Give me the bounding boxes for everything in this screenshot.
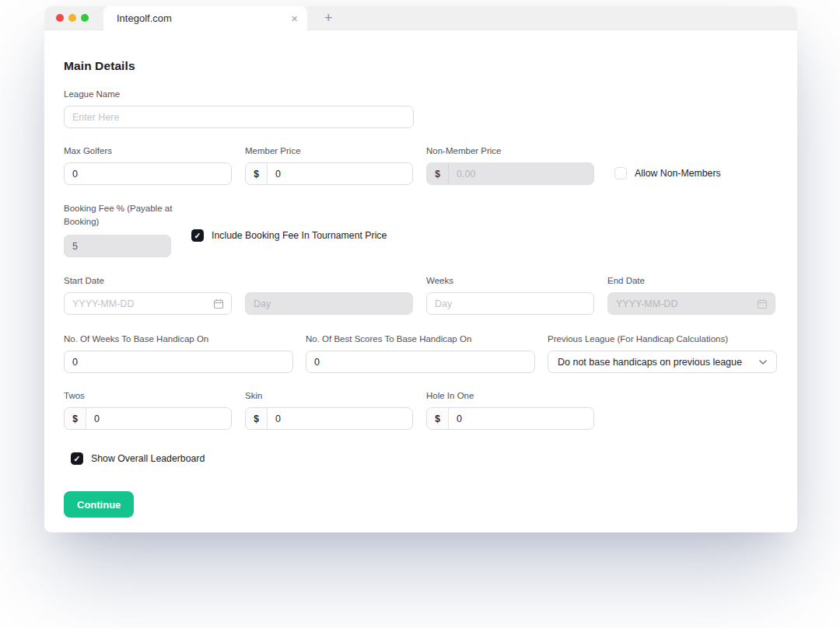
non-member-price-input (449, 163, 593, 184)
field-previous-league: Previous League (For Handicap Calculatio… (548, 333, 777, 373)
start-day-input (246, 293, 412, 314)
tab-title: Integolf.com (117, 12, 291, 24)
calendar-icon (757, 298, 768, 309)
best-scores-to-base-handicap-label: No. Of Best Scores To Base Handicap On (306, 333, 535, 346)
dollar-prefix: $ (427, 163, 449, 184)
dollar-prefix: $ (65, 408, 86, 429)
league-name-input[interactable] (65, 106, 413, 127)
previous-league-label: Previous League (For Handicap Calculatio… (548, 333, 777, 346)
minimize-window-icon[interactable] (68, 14, 76, 22)
page-title: Main Details (64, 59, 778, 73)
start-day-label (245, 274, 413, 288)
field-booking-fee: Booking Fee % (Payable at Booking) (64, 202, 184, 257)
close-window-icon[interactable] (56, 14, 64, 22)
field-best-scores-to-base-handicap: No. Of Best Scores To Base Handicap On (306, 333, 535, 373)
field-non-member-price: Non-Member Price $ (426, 145, 594, 185)
show-overall-leaderboard-label: Show Overall Leaderboard (91, 453, 205, 464)
dollar-prefix: $ (427, 408, 449, 429)
hole-in-one-label: Hole In One (426, 389, 594, 403)
main-details-form: Main Details League Name Max Golfers Mem… (44, 59, 797, 518)
previous-league-select[interactable]: Do not base handicaps on previous league (548, 351, 777, 373)
field-twos: Twos $ (64, 389, 232, 430)
booking-fee-label: Booking Fee % (Payable at Booking) (64, 202, 184, 229)
skin-input[interactable] (268, 408, 412, 429)
new-tab-icon[interactable]: + (324, 11, 333, 25)
chevron-down-icon (759, 360, 767, 365)
show-overall-leaderboard-option[interactable]: ✓ Show Overall Leaderboard (71, 452, 778, 465)
end-date-input (608, 293, 775, 314)
close-tab-icon[interactable]: × (291, 12, 298, 24)
field-start-day (245, 274, 413, 315)
max-golfers-label: Max Golfers (64, 145, 232, 158)
weeks-input[interactable] (427, 293, 593, 314)
max-golfers-input[interactable] (65, 163, 231, 184)
browser-window: Integolf.com × + Main Details League Nam… (44, 6, 797, 532)
weeks-label: Weeks (426, 274, 594, 288)
field-league-name: League Name (64, 88, 778, 128)
field-weeks: Weeks (426, 274, 594, 315)
booking-fee-input (65, 236, 170, 256)
browser-titlebar: Integolf.com × + (44, 6, 797, 30)
dollar-prefix: $ (246, 408, 268, 429)
allow-non-members-label: Allow Non-Members (635, 168, 721, 179)
twos-label: Twos (64, 389, 232, 403)
previous-league-selected-option: Do not base handicaps on previous league (558, 357, 742, 368)
start-date-label: Start Date (64, 274, 232, 288)
include-booking-fee-label: Include Booking Fee In Tournament Price (212, 230, 387, 241)
end-date-label: End Date (607, 274, 775, 288)
field-hole-in-one: Hole In One $ (426, 389, 594, 430)
field-skin: Skin $ (245, 389, 413, 430)
field-weeks-to-base-handicap: No. Of Weeks To Base Handicap On (64, 333, 293, 373)
calendar-icon[interactable] (213, 298, 224, 309)
continue-button[interactable]: Continue (64, 491, 134, 518)
allow-non-members-option[interactable]: Allow Non-Members (614, 167, 721, 180)
best-scores-to-base-handicap-input[interactable] (306, 351, 534, 372)
field-end-date: End Date (607, 274, 775, 315)
hole-in-one-input[interactable] (449, 408, 593, 429)
maximize-window-icon[interactable] (81, 14, 89, 22)
dollar-prefix: $ (246, 163, 268, 184)
start-date-input[interactable] (65, 293, 231, 314)
league-name-label: League Name (64, 88, 778, 101)
weeks-to-base-handicap-input[interactable] (65, 351, 292, 372)
browser-tab[interactable]: Integolf.com × (103, 6, 307, 30)
skin-label: Skin (245, 389, 413, 403)
show-overall-leaderboard-checkbox[interactable]: ✓ (71, 452, 83, 465)
allow-non-members-checkbox[interactable] (614, 167, 627, 180)
weeks-to-base-handicap-label: No. Of Weeks To Base Handicap On (64, 333, 293, 346)
include-booking-fee-checkbox[interactable]: ✓ (191, 229, 204, 242)
field-max-golfers: Max Golfers (64, 145, 232, 185)
member-price-input[interactable] (268, 163, 412, 184)
traffic-lights (44, 6, 103, 30)
non-member-price-label: Non-Member Price (426, 145, 594, 158)
include-booking-fee-option[interactable]: ✓ Include Booking Fee In Tournament Pric… (191, 229, 387, 242)
twos-input[interactable] (86, 408, 231, 429)
member-price-label: Member Price (245, 145, 413, 158)
field-start-date: Start Date (64, 274, 232, 315)
field-member-price: Member Price $ (245, 145, 413, 185)
